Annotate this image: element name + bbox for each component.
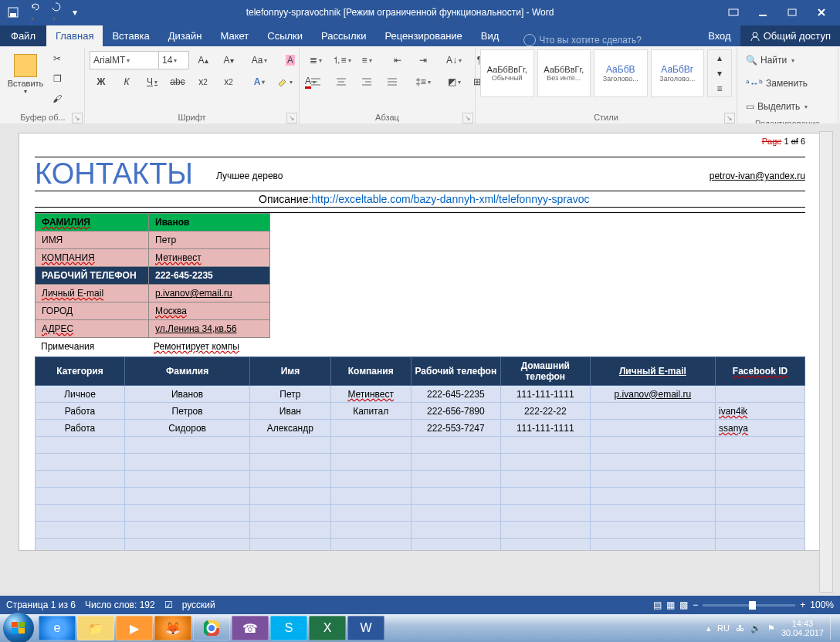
share-button[interactable]: Общий доступ <box>740 25 840 46</box>
proofing-icon[interactable]: ☑ <box>164 600 173 610</box>
italic-button[interactable]: К <box>115 71 138 93</box>
zoom-slider[interactable] <box>703 604 795 607</box>
taskbar-excel-icon[interactable]: X <box>309 616 346 640</box>
tab-view[interactable]: Вид <box>472 25 509 46</box>
document-area[interactable]: Page 1 of 6 КОНТАКТЫ Лучшее дерево petro… <box>0 123 840 596</box>
page-header-info: Page 1 of 6 <box>762 137 805 146</box>
sign-in-button[interactable]: Вход <box>699 25 740 46</box>
bullets-icon[interactable]: ≣ <box>304 49 327 71</box>
align-left-icon[interactable] <box>304 71 327 93</box>
page: Page 1 of 6 КОНТАКТЫ Лучшее дерево petro… <box>19 133 821 551</box>
tab-file[interactable]: Файл <box>0 25 46 46</box>
align-center-icon[interactable] <box>330 71 353 93</box>
style-nospacing[interactable]: АаБбВвГг,Без инте... <box>537 49 591 97</box>
grow-font-icon[interactable]: A▴ <box>191 49 215 71</box>
zoom-out-icon[interactable]: − <box>693 600 698 610</box>
tab-insert[interactable]: Вставка <box>103 25 158 46</box>
multilevel-icon[interactable]: ≡ <box>355 49 378 71</box>
tab-layout[interactable]: Макет <box>211 25 258 46</box>
subscript-icon[interactable]: x2 <box>191 71 215 93</box>
align-right-icon[interactable] <box>355 71 378 93</box>
tab-design[interactable]: Дизайн <box>159 25 212 46</box>
styles-more-icon[interactable]: ≡ <box>708 81 731 96</box>
styles-launcher-icon[interactable]: ↘ <box>724 113 735 123</box>
taskbar-skype-icon[interactable]: S <box>270 616 307 640</box>
start-button[interactable] <box>3 613 34 642</box>
save-icon[interactable] <box>5 4 22 21</box>
tab-references[interactable]: Ссылки <box>258 25 312 46</box>
copy-icon[interactable]: ❐ <box>45 69 69 88</box>
tray-sound-icon[interactable]: 🔊 <box>750 623 761 634</box>
tray-clock[interactable]: 14:4330.04.2017 <box>781 619 824 637</box>
font-name-combo[interactable]: ArialMT <box>90 51 159 69</box>
group-editing: 🔍 Найти ᵃ↔ᵇ Заменить ▭ Выделить Редактир… <box>737 48 838 125</box>
qat-customize-icon[interactable]: ▾ <box>69 4 80 21</box>
vertical-scrollbar[interactable] <box>818 131 834 593</box>
format-painter-icon[interactable]: 🖌 <box>45 90 69 108</box>
clear-format-icon[interactable]: A <box>279 49 302 71</box>
style-heading1[interactable]: АаБбВЗаголово... <box>594 49 648 97</box>
styles-gallery[interactable]: АаБбВвГг,Обычный АаБбВвГг,Без инте... Аа… <box>480 49 732 97</box>
tray-expand-icon[interactable]: ▴ <box>706 623 711 634</box>
status-page[interactable]: Страница 1 из 6 <box>6 600 76 610</box>
tray-lang[interactable]: RU <box>717 623 730 633</box>
tell-me-box[interactable]: Что вы хотите сделать? <box>523 34 642 46</box>
taskbar-chrome-icon[interactable] <box>193 616 230 640</box>
desc-link[interactable]: http://exceltable.com/bazy-dannyh-xml/te… <box>311 193 589 205</box>
print-layout-icon[interactable]: ▦ <box>666 600 675 610</box>
show-desktop-button[interactable] <box>830 617 837 640</box>
taskbar-firefox-icon[interactable]: 🦊 <box>154 616 191 640</box>
superscript-icon[interactable]: x2 <box>217 71 240 93</box>
shading-icon[interactable]: ◩ <box>442 71 466 93</box>
shrink-font-icon[interactable]: A▾ <box>217 49 240 71</box>
replace-button[interactable]: ᵃ↔ᵇ Заменить <box>742 73 819 94</box>
tab-review[interactable]: Рецензирование <box>375 25 471 46</box>
status-lang[interactable]: русский <box>182 600 215 610</box>
font-launcher-icon[interactable]: ↘ <box>286 113 297 123</box>
minimize-icon[interactable] <box>749 3 777 22</box>
outdent-icon[interactable]: ⇤ <box>386 49 409 71</box>
tray-network-icon[interactable]: 🖧 <box>736 623 744 633</box>
tab-home[interactable]: Главная <box>46 25 103 46</box>
change-case-icon[interactable]: Aa <box>248 49 271 71</box>
justify-icon[interactable] <box>381 71 404 93</box>
taskbar-word-icon[interactable]: W <box>347 616 384 640</box>
tab-mailings[interactable]: Рассылки <box>312 25 375 46</box>
select-button[interactable]: ▭ Выделить <box>742 96 819 117</box>
numbering-icon[interactable]: ⒈≡ <box>330 49 353 71</box>
status-words[interactable]: Число слов: 192 <box>85 600 155 610</box>
paragraph-launcher-icon[interactable]: ↘ <box>462 113 473 123</box>
line-spacing-icon[interactable]: ‡≡ <box>412 71 435 93</box>
taskbar-explorer-icon[interactable]: 📁 <box>77 616 114 640</box>
highlight-icon[interactable] <box>273 71 296 93</box>
style-heading2[interactable]: АаБбВгЗаголово... <box>651 49 705 97</box>
maximize-icon[interactable] <box>778 3 806 22</box>
web-layout-icon[interactable]: ▩ <box>679 600 688 610</box>
strike-button[interactable]: abc <box>166 71 189 93</box>
indent-icon[interactable]: ⇥ <box>412 49 435 71</box>
zoom-value[interactable]: 100% <box>810 600 834 610</box>
underline-button[interactable]: Ч <box>141 71 164 93</box>
zoom-in-icon[interactable]: + <box>800 600 805 610</box>
find-button[interactable]: 🔍 Найти <box>742 49 819 71</box>
taskbar-media-icon[interactable]: ▶ <box>116 616 153 640</box>
taskbar-ie-icon[interactable]: e <box>39 616 76 640</box>
paste-button[interactable]: Вставить▾ <box>6 49 45 100</box>
cell: Сидоров <box>124 420 249 437</box>
undo-icon[interactable] <box>26 0 43 26</box>
tray-flag-icon[interactable]: ⚑ <box>767 623 775 634</box>
styles-row-up-icon[interactable]: ▴ <box>708 50 731 66</box>
cut-icon[interactable]: ✂ <box>45 49 69 68</box>
font-size-combo[interactable]: 14 <box>159 51 189 69</box>
text-effects-icon[interactable]: A <box>248 71 271 93</box>
styles-row-down-icon[interactable]: ▾ <box>708 66 731 81</box>
clipboard-launcher-icon[interactable]: ↘ <box>72 113 83 123</box>
taskbar-viber-icon[interactable]: ☎ <box>232 616 269 640</box>
ribbon-display-icon[interactable] <box>720 3 747 22</box>
read-mode-icon[interactable]: ▤ <box>653 600 662 610</box>
style-normal[interactable]: АаБбВвГг,Обычный <box>480 49 534 97</box>
close-icon[interactable] <box>808 3 835 22</box>
redo-icon[interactable] <box>48 0 65 26</box>
sort-icon[interactable]: A↓ <box>442 49 466 71</box>
bold-button[interactable]: Ж <box>90 71 113 93</box>
